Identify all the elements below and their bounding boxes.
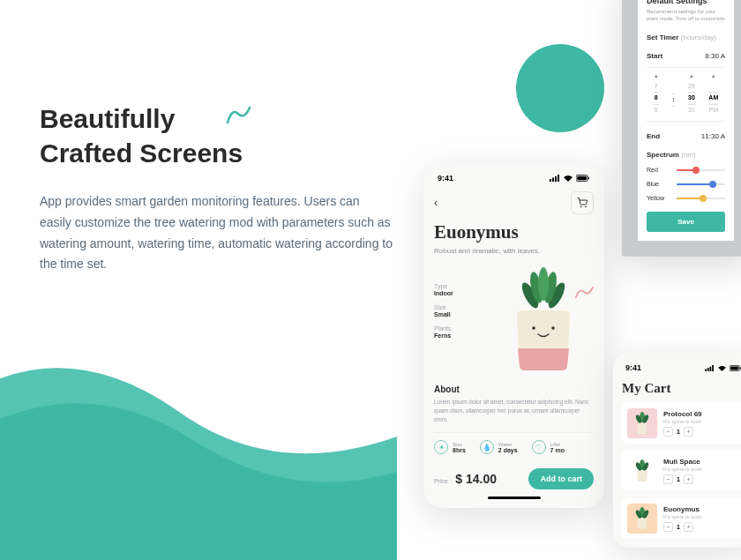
decorative-circle bbox=[516, 44, 604, 132]
item-sub: It's spine is toxic bbox=[663, 419, 740, 424]
product-tagline: Robust and dramatic, with leaves. bbox=[434, 246, 594, 256]
squiggle-icon bbox=[574, 284, 595, 300]
hero-body: App provides smart garden monitoring fea… bbox=[40, 191, 393, 275]
svg-rect-5 bbox=[577, 176, 587, 181]
sun-icon: ☀ bbox=[434, 440, 448, 454]
product-title: Euonymus bbox=[434, 221, 594, 243]
status-icons bbox=[705, 365, 741, 371]
product-detail-screen: 9:41 ‹ Euonymus Robust and dramatic, wit… bbox=[423, 163, 604, 508]
qty-value: 1 bbox=[677, 524, 680, 530]
settings-title: Default Settings bbox=[647, 0, 725, 5]
svg-point-15 bbox=[551, 326, 555, 330]
svg-rect-21 bbox=[730, 366, 738, 370]
about-text: Lorem ipsum dolor sit amet, consectetur … bbox=[434, 398, 594, 423]
home-indicator[interactable] bbox=[488, 497, 541, 499]
svg-rect-2 bbox=[555, 176, 557, 182]
cart-title: My Cart bbox=[622, 381, 741, 396]
cart-item[interactable]: Muli SpaceIt's spine is toxic−1+ bbox=[622, 451, 741, 491]
svg-point-8 bbox=[586, 206, 587, 207]
time-picker[interactable]: ▲789 : ▲293031 ▲ AMPM bbox=[647, 67, 725, 122]
water-icon: 💧 bbox=[480, 440, 494, 454]
blue-slider[interactable]: Blue bbox=[647, 181, 725, 187]
item-sub: It's spine is toxic bbox=[663, 514, 740, 519]
svg-point-7 bbox=[580, 206, 581, 207]
item-thumbnail bbox=[627, 456, 657, 486]
wave-decoration bbox=[0, 313, 397, 560]
svg-rect-16 bbox=[705, 369, 707, 371]
qty-value: 1 bbox=[677, 476, 680, 482]
cart-button[interactable] bbox=[571, 191, 594, 214]
timer-label: Set Timer (hours/day) bbox=[647, 34, 716, 41]
svg-rect-1 bbox=[552, 178, 554, 183]
about-heading: About bbox=[434, 385, 594, 394]
settings-panel: Default Settings Recommend settings for … bbox=[622, 0, 741, 257]
svg-rect-3 bbox=[558, 175, 559, 182]
qty-plus[interactable]: + bbox=[684, 522, 693, 532]
end-label: End bbox=[647, 132, 660, 140]
heart-icon: ♡ bbox=[532, 440, 546, 454]
cart-screen: 9:41 My Cart Protocol 69It's spine is to… bbox=[613, 353, 741, 548]
qty-value: 1 bbox=[677, 429, 680, 435]
status-icons bbox=[550, 175, 590, 182]
qty-minus[interactable]: − bbox=[663, 474, 673, 484]
price-label: Price : bbox=[434, 478, 452, 484]
cart-icon bbox=[577, 198, 588, 208]
price-value: $ 14.00 bbox=[455, 472, 497, 486]
settings-subtitle: Recommend settings for your plant mode. … bbox=[647, 8, 725, 23]
item-sub: It's spine is toxic bbox=[663, 467, 740, 472]
svg-rect-18 bbox=[710, 366, 712, 370]
back-icon[interactable]: ‹ bbox=[434, 197, 438, 209]
product-meta: TypeIndoor SizeSmall PlantsFerns bbox=[434, 275, 453, 339]
end-value: 11:30 A bbox=[701, 132, 725, 140]
status-time: 9:41 bbox=[625, 363, 641, 372]
product-image bbox=[497, 265, 589, 375]
item-name: Euonymus bbox=[663, 505, 740, 513]
add-to-cart-button[interactable]: Add to cart bbox=[528, 468, 594, 489]
save-button[interactable]: Save bbox=[647, 212, 725, 232]
svg-rect-19 bbox=[712, 365, 714, 371]
cart-item[interactable]: Protocol 69It's spine is toxic−1+ bbox=[622, 403, 741, 444]
qty-minus[interactable]: − bbox=[663, 522, 673, 532]
start-label: Start bbox=[647, 52, 662, 60]
item-thumbnail bbox=[627, 408, 657, 438]
status-time: 9:41 bbox=[438, 174, 453, 183]
svg-rect-0 bbox=[550, 179, 551, 182]
red-slider[interactable]: Red bbox=[647, 167, 725, 173]
item-name: Muli Space bbox=[663, 458, 740, 466]
qty-minus[interactable]: − bbox=[663, 427, 673, 437]
spectrum-label: Spectrum (nm) bbox=[647, 151, 696, 159]
cart-item[interactable]: EuonymusIt's spine is toxic−1+ bbox=[622, 498, 741, 539]
start-value: 8:30 A bbox=[705, 52, 725, 60]
item-thumbnail bbox=[627, 504, 657, 534]
svg-point-14 bbox=[532, 326, 535, 330]
qty-plus[interactable]: + bbox=[684, 427, 693, 437]
svg-point-13 bbox=[538, 267, 549, 301]
item-name: Protocol 69 bbox=[663, 410, 740, 418]
qty-plus[interactable]: + bbox=[684, 474, 693, 484]
svg-rect-17 bbox=[707, 368, 709, 371]
hero-title: BeautifullyCrafted Screens bbox=[40, 101, 393, 170]
svg-rect-6 bbox=[588, 177, 589, 180]
yellow-slider[interactable]: Yellow bbox=[647, 195, 725, 201]
